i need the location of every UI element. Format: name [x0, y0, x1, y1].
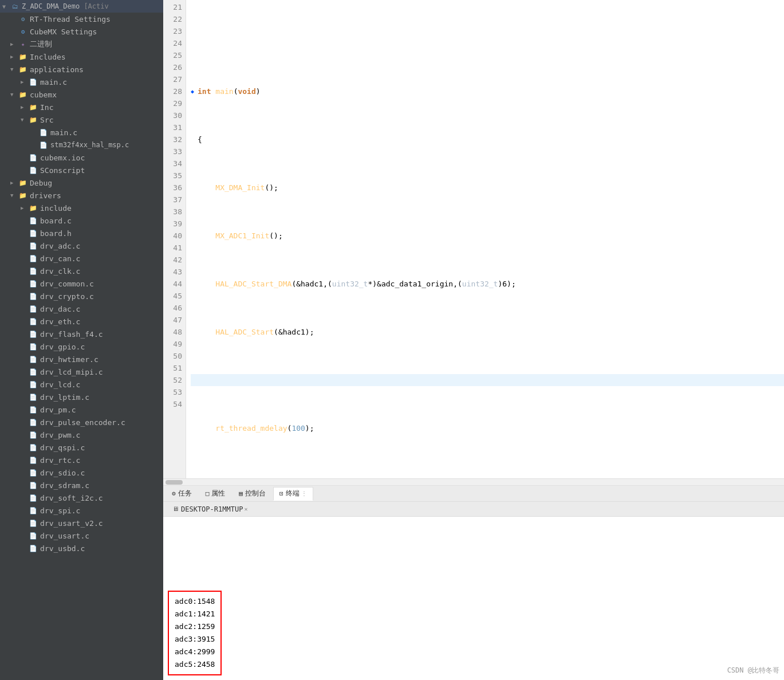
drivers-label: drivers: [30, 191, 161, 200]
arrow-drivers: ▼: [10, 192, 18, 198]
sidebar-item-src[interactable]: ▼ 📁 Src: [0, 113, 163, 126]
binary-icon: ✦: [18, 40, 27, 49]
adc-output-line-3: adc3:3915: [175, 633, 215, 646]
drv-soft-i2c-icon: 📄: [29, 493, 38, 502]
drv-can-label: drv_can.c: [40, 254, 161, 263]
sidebar-item-inc[interactable]: ▶ 📁 Inc: [0, 101, 163, 113]
sidebar-item-drv-lptim[interactable]: 📄 drv_lptim.c: [0, 391, 163, 403]
sidebar-item-applications[interactable]: ▼ 📁 applications: [0, 63, 163, 76]
tab-properties[interactable]: □ 属性: [199, 487, 232, 501]
drv-can-icon: 📄: [29, 254, 38, 263]
drv-common-label: drv_common.c: [40, 280, 161, 288]
sidebar-item-drv-flash-f4[interactable]: 📄 drv_flash_f4.c: [0, 328, 163, 340]
sidebar-item-stm32-hal[interactable]: 📄 stm32f4xx_hal_msp.c: [0, 139, 163, 151]
sidebar-item-src-main[interactable]: 📄 main.c: [0, 126, 163, 139]
sidebar-item-drv-lcd-mipi[interactable]: 📄 drv_lcd_mipi.c: [0, 365, 163, 378]
sidebar-item-drv-pwm[interactable]: 📄 drv_pwm.c: [0, 429, 163, 441]
sidebar-item-drv-soft-i2c[interactable]: 📄 drv_soft_i2c.c: [0, 492, 163, 504]
properties-icon: □: [206, 490, 210, 497]
tab-terminal-label: 终端: [286, 489, 300, 498]
drv-dac-label: drv_dac.c: [40, 305, 161, 313]
file-tree[interactable]: ▼ 🗂 Z_ADC_DMA_Demo [Activ ⚙ RT-Thread Se…: [0, 0, 163, 680]
sidebar-item-ioc[interactable]: 📄 cubemx.ioc: [0, 151, 163, 164]
code-line-30: [191, 470, 784, 478]
sidebar-item-drivers[interactable]: ▼ 📁 drivers: [0, 189, 163, 202]
line-numbers: 21 22 23 24 25 26 27 28 29 30 31 32 33 3…: [163, 0, 186, 478]
arrow-inc: ▶: [21, 104, 29, 110]
scroll-thumb[interactable]: [166, 480, 183, 485]
sidebar-item-binary[interactable]: ▶ ✦ 二进制: [0, 38, 163, 50]
drv-spi-icon: 📄: [29, 506, 38, 515]
sidebar-item-board-h[interactable]: 📄 board.h: [0, 227, 163, 239]
sidebar-item-rt-thread[interactable]: ⚙ RT-Thread Settings: [0, 13, 163, 25]
drv-sdram-icon: 📄: [29, 481, 38, 490]
drv-soft-i2c-label: drv_soft_i2c.c: [40, 494, 161, 502]
sidebar-item-drv-usart-v2[interactable]: 📄 drv_usart_v2.c: [0, 517, 163, 529]
sidebar-item-drv-hwtimer[interactable]: 📄 drv_hwtimer.c: [0, 353, 163, 365]
drv-spi-label: drv_spi.c: [40, 506, 161, 515]
sidebar-item-drv-usart[interactable]: 📄 drv_usart.c: [0, 529, 163, 542]
sidebar-item-drv-lcd[interactable]: 📄 drv_lcd.c: [0, 378, 163, 391]
sidebar-item-drv-sdio[interactable]: 📄 drv_sdio.c: [0, 466, 163, 479]
sidebar-item-main-c[interactable]: ▶ 📄 main.c: [0, 76, 163, 88]
editor-scrollbar[interactable]: [163, 478, 784, 485]
watermark-site: CSDN: [727, 666, 744, 674]
ioc-icon: 📄: [29, 153, 38, 162]
tab-console[interactable]: ▤ 控制台: [233, 487, 272, 501]
drv-gpio-label: drv_gpio.c: [40, 343, 161, 351]
sidebar-item-drv-dac[interactable]: 📄 drv_dac.c: [0, 302, 163, 315]
terminal-monitor-icon: 🖥: [172, 505, 179, 513]
sidebar-item-drv-gpio[interactable]: 📄 drv_gpio.c: [0, 340, 163, 353]
drv-sdram-label: drv_sdram.c: [40, 481, 161, 490]
sidebar-item-drv-clk[interactable]: 📄 drv_clk.c: [0, 265, 163, 277]
sidebar-item-project[interactable]: ▼ 🗂 Z_ADC_DMA_Demo [Activ: [0, 0, 163, 13]
sidebar-item-drv-eth[interactable]: 📄 drv_eth.c: [0, 315, 163, 328]
sidebar-item-cubemx-settings[interactable]: ⚙ CubeMX Settings: [0, 25, 163, 38]
board-c-icon: 📄: [29, 216, 38, 225]
terminal-icon-symbol: ⋮: [301, 490, 307, 497]
arrow-cubemx: ▼: [10, 92, 18, 97]
fn-mxadc1init: MX_ADC1_Init: [215, 230, 269, 242]
drv-clk-label: drv_clk.c: [40, 267, 161, 276]
fn-mxdmainit: MX_DMA_Init: [215, 182, 265, 194]
sidebar-item-drv-sdram[interactable]: 📄 drv_sdram.c: [0, 479, 163, 492]
terminal-connection-tab[interactable]: 🖥 DESKTOP-R1MMTUP ✕: [168, 504, 252, 514]
sidebar-item-drv-crypto[interactable]: 📄 drv_crypto.c: [0, 290, 163, 302]
sidebar-item-drv-usbd[interactable]: 📄 drv_usbd.c: [0, 542, 163, 555]
code-body[interactable]: ◆ int main(void) { MX_DMA_Init(); MX_A: [186, 0, 784, 478]
ioc-label: cubemx.ioc: [40, 154, 161, 162]
sidebar-item-board-c[interactable]: 📄 board.c: [0, 214, 163, 227]
sidebar-item-include[interactable]: ▶ 📁 include: [0, 202, 163, 214]
sidebar-item-sconscript[interactable]: 📄 SConscript: [0, 164, 163, 176]
arrow-debug: ▶: [10, 180, 18, 186]
sidebar-item-cubemx[interactable]: ▼ 📁 cubemx: [0, 88, 163, 101]
fn-hal-adc-start-dma: HAL_ADC_Start_DMA: [215, 278, 291, 290]
sconscript-label: SConscript: [40, 166, 161, 175]
drv-pwm-label: drv_pwm.c: [40, 431, 161, 439]
cubemx-settings-icon: ⚙: [18, 27, 27, 36]
drv-dac-icon: 📄: [29, 304, 38, 313]
includes-icon: 📁: [18, 52, 27, 61]
code-line-25: MX_ADC1_Init();: [191, 230, 784, 242]
src-main-label: main.c: [50, 128, 161, 137]
adc-output-line-0: adc0:1548: [175, 595, 215, 608]
sidebar-item-drv-qspi[interactable]: 📄 drv_qspi.c: [0, 441, 163, 454]
sidebar-item-drv-spi[interactable]: 📄 drv_spi.c: [0, 504, 163, 517]
tab-tasks[interactable]: ⚙ 任务: [166, 487, 198, 501]
sidebar-item-debug[interactable]: ▶ 📁 Debug: [0, 176, 163, 189]
drv-eth-icon: 📄: [29, 317, 38, 326]
sidebar-item-drv-common[interactable]: 📄 drv_common.c: [0, 277, 163, 290]
tab-terminal[interactable]: ⊡ 终端 ⋮: [273, 487, 313, 501]
drv-usart-v2-icon: 📄: [29, 518, 38, 528]
sidebar-item-drv-can[interactable]: 📄 drv_can.c: [0, 252, 163, 265]
drv-lptim-icon: 📄: [29, 392, 38, 402]
include-folder-icon: 📁: [29, 203, 38, 213]
sidebar-item-includes[interactable]: ▶ 📁 Includes: [0, 50, 163, 63]
binary-label: 二进制: [30, 39, 161, 49]
main-c-icon: 📄: [29, 77, 38, 87]
sidebar-item-drv-pulse-encoder[interactable]: 📄 drv_pulse_encoder.c: [0, 416, 163, 429]
sidebar-item-drv-adc[interactable]: 📄 drv_adc.c: [0, 239, 163, 252]
code-line-28: [191, 374, 784, 386]
sidebar-item-drv-pm[interactable]: 📄 drv_pm.c: [0, 403, 163, 416]
sidebar-item-drv-rtc[interactable]: 📄 drv_rtc.c: [0, 454, 163, 466]
